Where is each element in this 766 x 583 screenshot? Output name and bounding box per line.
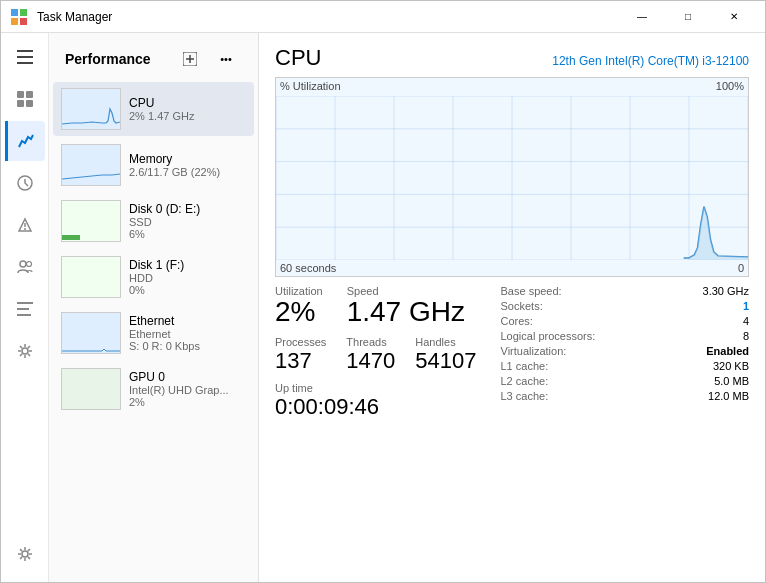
l1-row: L1 cache: 320 KB bbox=[501, 360, 750, 372]
uptime-label: Up time bbox=[275, 382, 477, 394]
sidebar-startup-button[interactable] bbox=[5, 205, 45, 245]
svg-rect-28 bbox=[62, 235, 80, 240]
disk1-info: Disk 1 (F:) HDD 0% bbox=[129, 258, 246, 296]
disk1-val: 0% bbox=[129, 284, 246, 296]
ethernet-info: Ethernet Ethernet S: 0 R: 0 Kbps bbox=[129, 314, 246, 352]
l2-label: L2 cache: bbox=[501, 375, 549, 387]
svg-rect-30 bbox=[62, 313, 120, 353]
close-button[interactable]: ✕ bbox=[711, 1, 757, 33]
sidebar-bottom bbox=[5, 534, 45, 582]
svg-rect-17 bbox=[17, 302, 33, 304]
l3-row: L3 cache: 12.0 MB bbox=[501, 390, 750, 402]
device-item-gpu0[interactable]: GPU 0 Intel(R) UHD Grap... 2% bbox=[53, 362, 254, 416]
handles-label: Handles bbox=[415, 336, 476, 348]
threads-value: 1470 bbox=[346, 348, 395, 374]
device-item-ethernet[interactable]: Ethernet Ethernet S: 0 R: 0 Kbps bbox=[53, 306, 254, 360]
perf-panel: CPU 12th Gen Intel(R) Core(TM) i3-12100 … bbox=[259, 33, 765, 582]
handles-stat: Handles 54107 bbox=[415, 336, 476, 374]
disk0-info: Disk 0 (D: E:) SSD 6% bbox=[129, 202, 246, 240]
minimize-button[interactable]: — bbox=[619, 1, 665, 33]
disk0-thumbnail bbox=[61, 200, 121, 242]
gpu0-info: GPU 0 Intel(R) UHD Grap... 2% bbox=[129, 370, 246, 408]
more-options-button[interactable]: ••• bbox=[210, 45, 242, 73]
uptime-stat: Up time 0:00:09:46 bbox=[275, 382, 477, 420]
logical-row: Logical processors: 8 bbox=[501, 330, 750, 342]
speed-stat: Speed 1.47 GHz bbox=[347, 285, 465, 328]
title-bar: Task Manager — □ ✕ bbox=[1, 1, 765, 33]
cpu-sub: 2% 1.47 GHz bbox=[129, 110, 246, 122]
base-speed-row: Base speed: 3.30 GHz bbox=[501, 285, 750, 297]
ethernet-name: Ethernet bbox=[129, 314, 246, 328]
svg-rect-0 bbox=[11, 9, 18, 16]
sidebar-performance-button[interactable] bbox=[5, 121, 45, 161]
svg-rect-26 bbox=[62, 145, 120, 185]
l2-row: L2 cache: 5.0 MB bbox=[501, 375, 750, 387]
l3-label: L3 cache: bbox=[501, 390, 549, 402]
gpu0-sub: Intel(R) UHD Grap... bbox=[129, 384, 246, 396]
cores-row: Cores: 4 bbox=[501, 315, 750, 327]
main-content: Performance ••• bbox=[1, 33, 765, 582]
cpu-info-panel: Base speed: 3.30 GHz Sockets: 1 Cores: 4… bbox=[501, 285, 750, 420]
maximize-button[interactable]: □ bbox=[665, 1, 711, 33]
chart-x-min: 0 bbox=[738, 262, 744, 274]
window-controls: — □ ✕ bbox=[619, 1, 757, 33]
svg-rect-1 bbox=[20, 9, 27, 16]
svg-rect-10 bbox=[26, 100, 33, 107]
processes-label: Processes bbox=[275, 336, 326, 348]
sockets-label: Sockets: bbox=[501, 300, 543, 312]
device-item-memory[interactable]: Memory 2.6/11.7 GB (22%) bbox=[53, 138, 254, 192]
device-item-disk0[interactable]: Disk 0 (D: E:) SSD 6% bbox=[53, 194, 254, 248]
device-item-cpu[interactable]: CPU 2% 1.47 GHz bbox=[53, 82, 254, 136]
disk0-sub: SSD bbox=[129, 216, 246, 228]
sidebar-processes-button[interactable] bbox=[5, 79, 45, 119]
disk1-thumbnail bbox=[61, 256, 121, 298]
virtualization-row: Virtualization: Enabled bbox=[501, 345, 750, 357]
svg-rect-18 bbox=[17, 308, 29, 310]
speed-value: 1.47 GHz bbox=[347, 297, 465, 328]
processes-value: 137 bbox=[275, 348, 326, 374]
threads-label: Threads bbox=[346, 336, 395, 348]
virtualization-value: Enabled bbox=[706, 345, 749, 357]
memory-name: Memory bbox=[129, 152, 246, 166]
handles-value: 54107 bbox=[415, 348, 476, 374]
cores-label: Cores: bbox=[501, 315, 533, 327]
svg-rect-8 bbox=[26, 91, 33, 98]
svg-point-20 bbox=[22, 348, 28, 354]
device-item-disk1[interactable]: Disk 1 (F:) HDD 0% bbox=[53, 250, 254, 304]
svg-marker-47 bbox=[684, 207, 748, 260]
l1-value: 320 KB bbox=[713, 360, 749, 372]
cpu-model: 12th Gen Intel(R) Core(TM) i3-12100 bbox=[552, 54, 749, 68]
sidebar-history-button[interactable] bbox=[5, 163, 45, 203]
run-new-task-button[interactable] bbox=[174, 45, 206, 73]
l2-value: 5.0 MB bbox=[714, 375, 749, 387]
disk1-sub: HDD bbox=[129, 272, 246, 284]
sidebar-details-button[interactable] bbox=[5, 289, 45, 329]
app-icon bbox=[9, 7, 29, 27]
cpu-thumbnail bbox=[61, 88, 121, 130]
cpu-chart: % Utilization 100% 60 seconds 0 bbox=[275, 77, 749, 277]
ethernet-sub: Ethernet bbox=[129, 328, 246, 340]
chart-y-max: 100% bbox=[716, 80, 744, 92]
chart-y-label: % Utilization bbox=[280, 80, 341, 92]
chart-x-label: 60 seconds bbox=[280, 262, 336, 274]
svg-rect-31 bbox=[62, 369, 120, 409]
sidebar-users-button[interactable] bbox=[5, 247, 45, 287]
memory-info: Memory 2.6/11.7 GB (22%) bbox=[129, 152, 246, 178]
header-actions: ••• bbox=[174, 45, 242, 73]
svg-rect-19 bbox=[17, 314, 31, 316]
svg-rect-29 bbox=[62, 257, 120, 297]
sidebar-menu-button[interactable] bbox=[5, 37, 45, 77]
sidebar-services-button[interactable] bbox=[5, 331, 45, 371]
utilization-value: 2% bbox=[275, 297, 323, 328]
sidebar-settings-button[interactable] bbox=[5, 534, 45, 574]
gpu0-thumbnail bbox=[61, 368, 121, 410]
chart-grid-svg bbox=[276, 96, 748, 260]
sidebar-icons bbox=[1, 33, 49, 582]
performance-title: Performance bbox=[65, 51, 151, 67]
perf-panel-title: CPU bbox=[275, 45, 321, 71]
disk1-name: Disk 1 (F:) bbox=[129, 258, 246, 272]
utilization-stat: Utilization 2% bbox=[275, 285, 323, 328]
svg-rect-6 bbox=[17, 62, 33, 64]
svg-rect-9 bbox=[17, 100, 24, 107]
processes-stat: Processes 137 bbox=[275, 336, 326, 374]
